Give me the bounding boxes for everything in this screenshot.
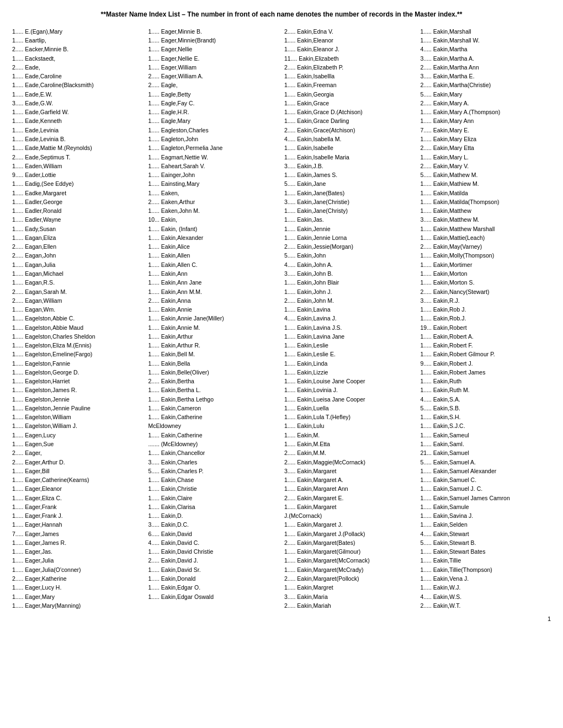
list-item: 1..... Eakin,Tillie(Thompson) xyxy=(421,565,551,574)
list-item: 2..... Eakin,Bertha xyxy=(148,377,279,386)
list-item: 5..... Eakin,Stewart B. xyxy=(421,538,551,547)
list-item: 1..... Eakin,Samuel J. C. xyxy=(421,484,551,493)
list-item: 2..... Eager, xyxy=(12,448,143,457)
list-item: 1..... Eakin,Jennie xyxy=(284,224,415,233)
list-item: 1..... Eakin,Margaret A. xyxy=(284,475,415,484)
list-item: 1..... Eakin,Lavina xyxy=(284,305,415,314)
list-item: 1..... Eakin,Donald xyxy=(148,574,279,583)
list-item: 4..... Eakin,Lavina J. xyxy=(284,314,415,323)
list-item: 5..... Eakin,Samuel A. xyxy=(421,458,551,467)
list-item: 1..... Eagan,Julia xyxy=(12,260,143,269)
list-item: 1..... Eainsting,Mary xyxy=(148,179,279,188)
list-item: 1..... Eakin,Jane(Christy) xyxy=(284,206,415,215)
list-item: 2..... Eakin,Mary V. xyxy=(421,162,551,170)
list-item: 1..... Eakin,Freeman xyxy=(284,81,415,89)
list-item: 1..... Eakin,Ann xyxy=(148,269,279,278)
list-item: 1..... Eadler,Wayne xyxy=(12,215,143,224)
list-item: 1..... Eager,Jas. xyxy=(12,547,143,556)
list-item: 1..... Eakin,Eleanor xyxy=(284,36,415,45)
list-item: 1..... Eakin,Molly(Thompson) xyxy=(421,251,551,260)
list-item: 1..... Eakin,Morton xyxy=(421,269,551,278)
list-item: 1..... Eakin,Claire xyxy=(148,494,279,502)
list-item: 1..... Eagelston,Abbie Maud xyxy=(12,323,143,332)
list-item: 1..... Eakin,Mary Eliza xyxy=(421,135,551,143)
list-item: 1..... Eakin,Margret xyxy=(284,583,415,592)
list-item: 1..... Eakin,Linda xyxy=(284,359,415,368)
list-item: 2..... Eakin,Anna xyxy=(148,296,279,305)
list-item: 3..... Eade,G.W. xyxy=(12,99,143,108)
list-item: 2..... Eakin,Martha Ann xyxy=(421,63,551,72)
list-item: 1..... Eager,Mary(Manning) xyxy=(12,601,143,610)
list-item: 10... Eakin, xyxy=(148,215,279,224)
list-item: 3..... Eakin,John B. xyxy=(284,269,415,278)
list-item: 2..... Eager,William A. xyxy=(148,72,279,81)
list-item: 1..... Eakin,Mathiew M. xyxy=(421,179,551,188)
list-item: 3..... Eakin,Martha E. xyxy=(421,72,551,81)
list-item: 2..... Eager,Katherine xyxy=(12,574,143,583)
list-item: 1..... Eakin,M. xyxy=(284,431,415,440)
list-item: 1..... Eakin,Lizzie xyxy=(284,368,415,377)
list-item: 1..... Eackstaedt, xyxy=(12,54,143,63)
list-item: 1..... Eakin,Margaret(McCrady) xyxy=(284,565,415,574)
list-item: 3..... Eakin,R.J. xyxy=(421,296,551,305)
list-item: 1..... Eakin,Tillie xyxy=(421,556,551,565)
list-item: 1..... Eakin,Edgar O. xyxy=(148,583,279,592)
list-item: 2..... Eade, xyxy=(12,63,143,72)
list-item: 1..... Eakin,Bertha Lethgo xyxy=(148,395,279,404)
list-item: 1..... Eakin,Annie xyxy=(148,305,279,314)
list-item: 1..... Eakin,Arthur R. xyxy=(148,341,279,350)
list-item: 2..... Eagle, xyxy=(148,81,279,89)
list-item: 1..... Eakin,Matthew Marshall xyxy=(421,224,551,233)
list-item: 1..... Eakin,Annie M. xyxy=(148,323,279,332)
page-number: 1 xyxy=(12,615,551,622)
list-item: 1..... Eagelston,Jennie xyxy=(12,395,143,404)
list-item: 2..... Eagan,John xyxy=(12,251,143,260)
list-item: 1..... Eagleton,John xyxy=(148,135,279,143)
list-item: 11.... Eakin,Elizabeth xyxy=(284,54,415,63)
list-item: 1..... Eakin,Chase xyxy=(148,475,279,484)
column-3: 2..... Eakin,Edna V.1..... Eakin,Eleanor… xyxy=(284,27,415,610)
list-item: 4..... Eakin,S.A. xyxy=(421,395,551,404)
list-item: 2..... Eade,Septimus T. xyxy=(12,153,143,162)
list-item: 1..... Eakin,S.H. xyxy=(421,413,551,421)
list-item: 1..... Eakin,Saml. xyxy=(421,440,551,448)
list-item: 1..... Eakin,Jennie Lorna xyxy=(284,233,415,242)
list-item: 3..... Eakin,Maria xyxy=(284,592,415,601)
list-item: 1..... Eakin,Leslie E. xyxy=(284,350,415,358)
list-item: 1..... Eakin,Arthur xyxy=(148,332,279,341)
list-item: 1..... Eade,Caroline xyxy=(12,72,143,81)
list-item: 1..... Eaheart,Sarah V. xyxy=(148,162,279,170)
list-item: 1..... Eakin,Ruth M. xyxy=(421,386,551,394)
list-item: 1..... Eadig,(See Eddye) xyxy=(12,179,143,188)
list-item: 1..... Eade,Levinia B. xyxy=(12,135,143,143)
list-item: 19... Eakin,Robert xyxy=(421,323,551,332)
list-item: 1..... Eagmart,Nettie W. xyxy=(148,153,279,162)
list-item: 1..... Eady,Susan xyxy=(12,224,143,233)
list-item: 1..... Eakin,John Blair xyxy=(284,278,415,287)
list-item: 1..... Eager,Julia(O'conner) xyxy=(12,565,143,574)
list-item: 1..... Eager,William xyxy=(148,63,279,72)
list-item: 1..... Eagelston,William xyxy=(12,413,143,421)
list-item: 2..... Eakin,Margaret(Bates) xyxy=(284,538,415,547)
list-item: 1..... E.(Egan),Mary xyxy=(12,27,143,36)
list-item: 1..... Eakin,Isabelle xyxy=(284,143,415,152)
list-item: 1..... Eagan,Eliza xyxy=(12,233,143,242)
list-item: 2..... Eakin,Maggie(McCornack) xyxy=(284,458,415,467)
list-item: 1..... Eagan,R.S. xyxy=(12,278,143,287)
list-item: 1..... Eakin,Stewart Bates xyxy=(421,547,551,556)
list-item: 1..... Eadler,George xyxy=(12,197,143,206)
list-item: 1..... Eakin,S.J.C. xyxy=(421,421,551,430)
list-item: 2..... Eakin,Grace(Atchison) xyxy=(284,126,415,135)
list-item: 1..... Eakin,Alexander xyxy=(148,233,279,242)
list-item: 1..... Eakin,Isabellla xyxy=(284,72,415,81)
list-item: 1..... Eakin,Bella xyxy=(148,359,279,368)
list-item: 1..... Eager,James R. xyxy=(12,538,143,547)
list-item: J.(McCornack) xyxy=(284,511,415,520)
list-item: 1..... Eadke,Margaret xyxy=(12,189,143,197)
list-item: 1..... Eakin,Margaret J. xyxy=(284,520,415,529)
list-item: 1..... Eager,Mary xyxy=(12,592,143,601)
list-item: 21... Eakin,Samuel xyxy=(421,448,551,457)
list-item: 2..... Eakin,Jessie(Morgan) xyxy=(284,242,415,251)
list-item: 1..... Eakin,Ann Jane xyxy=(148,278,279,287)
list-item: 4..... Eakin,Martha xyxy=(421,45,551,53)
